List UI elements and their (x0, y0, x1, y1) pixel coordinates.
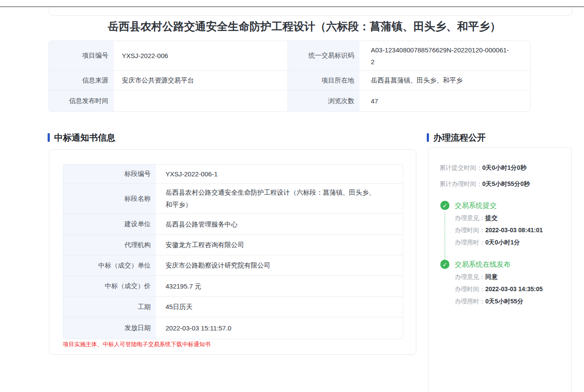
section-accent-bar (427, 133, 429, 142)
info-value: 47 (359, 90, 530, 111)
notice-value: 岳西县公路管理服务中心 (156, 214, 403, 235)
info-label: 信息发布时间 (49, 90, 114, 111)
notice-panel: 标段编号 YXSJ-2022-006-1 标段名称 岳西县农村公路交通安全生命防… (49, 149, 416, 355)
step-detail: 办理意见：提交 (455, 213, 567, 222)
info-label: 统一交易标识码 (288, 41, 359, 71)
page: 岳西县农村公路交通安全生命防护工程设计（六标段：菖蒲镇、田头乡、和平乡） 项目编… (0, 0, 584, 392)
info-label: 项目编号 (49, 41, 114, 71)
summary-row: 累计办理时间：0天5小时55分0秒 (439, 179, 530, 188)
info-label: 信息来源 (49, 71, 114, 90)
process-timeline: ✓ 交易系统提交 办理意见：提交 办理时间：2022-03-03 08:41:0… (440, 201, 567, 306)
notice-label: 标段名称 (63, 184, 156, 214)
info-value (114, 90, 288, 111)
section-header-notice: 中标通知书信息 (48, 133, 115, 142)
timeline-step: ✓ 交易系统在线发布 办理意见：同意 办理时间：2022-03-03 14:35… (440, 260, 567, 306)
timeline-connector (445, 212, 445, 260)
download-note: 项目实施主体、中标人可登陆电子交易系统下载中标通知书 (63, 340, 211, 348)
step-detail: 办理时间：2022-03-03 14:35:05 (455, 285, 567, 293)
timeline-step: ✓ 交易系统提交 办理意见：提交 办理时间：2022-03-03 08:41:0… (440, 201, 567, 247)
section-title: 办理流程公开 (433, 132, 486, 144)
step-detail: 办理用时：0天5小时55分 (455, 297, 567, 306)
section-title: 中标通知书信息 (54, 132, 115, 144)
notice-value: 45日历天 (156, 297, 403, 317)
notice-table: 标段编号 YXSJ-2022-006-1 标段名称 岳西县农村公路交通安全生命防… (63, 164, 403, 339)
info-value: 岳西县菖蒲镇、田头乡、和平乡 (359, 71, 530, 90)
notice-label: 标段编号 (63, 165, 156, 184)
notice-value: 432195.7 元 (156, 276, 403, 297)
notice-label: 代理机构 (63, 235, 156, 255)
step-detail: 办理用时：0天0小时1分 (455, 238, 567, 247)
notice-label: 发放日期 (63, 317, 156, 339)
check-circle-icon: ✓ (440, 260, 449, 269)
section-accent-bar (48, 133, 50, 142)
info-value: A03-12340800788576629N-20220120-000061-2 (359, 41, 530, 71)
step-detail: 办理时间：2022-03-03 08:41:01 (455, 226, 567, 234)
info-value: YXSJ-2022-006 (114, 41, 288, 71)
notice-value: YXSJ-2022-006-1 (156, 165, 403, 184)
notice-label: 中标（成交）价 (63, 276, 156, 297)
notice-value: 2022-03-03 15:11:57.0 (156, 317, 403, 339)
notice-value: 岳西县农村公路交通安全生命防护工程设计（六标段：菖蒲镇、田头乡、和平乡） (156, 184, 403, 214)
notice-value: 安徽龙方工程咨询有限公司 (156, 235, 403, 255)
notice-label: 工期 (63, 297, 156, 317)
notice-label: 中标（成交）单位 (63, 255, 156, 276)
project-info-table: 项目编号 YXSJ-2022-006 统一交易标识码 A03-123408007… (48, 41, 531, 112)
page-title: 岳西县农村公路交通安全生命防护工程设计（六标段：菖蒲镇、田头乡、和平乡） (49, 20, 560, 33)
notice-value: 安庆市公路勘察设计研究院有限公司 (156, 255, 403, 276)
check-circle-icon: ✓ (440, 201, 449, 210)
process-summary: 累计提交时间：0天0小时1分0秒 累计办理时间：0天5小时55分0秒 (439, 163, 530, 196)
step-detail: 办理意见：同意 (455, 272, 567, 281)
info-label: 项目所在地 (288, 71, 359, 90)
info-value: 安庆市公共资源交易平台 (114, 71, 288, 90)
notice-label: 建设单位 (63, 214, 156, 235)
summary-row: 累计提交时间：0天0小时1分0秒 (439, 163, 530, 172)
info-label: 浏览次数 (288, 90, 359, 111)
section-header-process: 办理流程公开 (427, 133, 486, 142)
process-panel: 累计提交时间：0天0小时1分0秒 累计办理时间：0天5小时55分0秒 ✓ 交易系… (428, 147, 572, 392)
top-strip (49, 7, 572, 16)
